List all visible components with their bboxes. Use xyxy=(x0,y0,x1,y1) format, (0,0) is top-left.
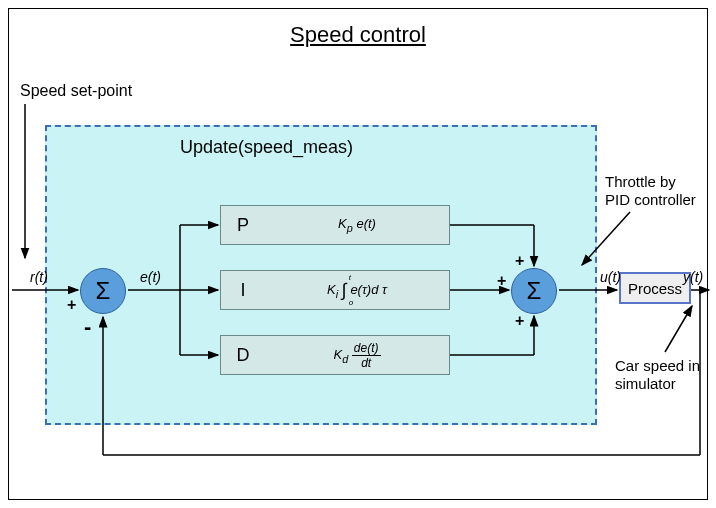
p-letter: P xyxy=(221,215,265,236)
i-letter: I xyxy=(221,280,265,301)
signal-e: e(t) xyxy=(140,269,161,285)
carspeed-annotation: Car speed in simulator xyxy=(615,357,700,393)
plus-sign: + xyxy=(515,312,524,330)
setpoint-label: Speed set-point xyxy=(20,82,132,100)
d-letter: D xyxy=(221,345,265,366)
plus-sign: + xyxy=(515,252,524,270)
d-block: D Kd de(t)dt xyxy=(220,335,450,375)
sum-error: Σ xyxy=(80,268,126,314)
minus-sign: - xyxy=(84,314,91,340)
plus-sign: + xyxy=(67,296,76,314)
p-formula: Kp e(t) xyxy=(265,216,449,234)
signal-u: u(t) xyxy=(600,269,621,285)
signal-y: y(t) xyxy=(683,269,703,285)
sum-output: Σ xyxy=(511,268,557,314)
throttle-annotation: Throttle by PID controller xyxy=(605,173,696,209)
d-formula: Kd de(t)dt xyxy=(265,341,449,370)
process-block: Process xyxy=(619,272,691,304)
update-label: Update(speed_meas) xyxy=(180,137,353,158)
sigma-symbol: Σ xyxy=(527,277,542,305)
p-block: P Kp e(t) xyxy=(220,205,450,245)
diagram-title: Speed control xyxy=(0,22,716,48)
i-formula: Ki ∫to e(τ)d τ xyxy=(265,280,449,301)
process-label: Process xyxy=(628,280,682,297)
plus-sign: + xyxy=(497,272,506,290)
i-block: I Ki ∫to e(τ)d τ xyxy=(220,270,450,310)
signal-r: r(t) xyxy=(30,269,48,285)
sigma-symbol: Σ xyxy=(96,277,111,305)
